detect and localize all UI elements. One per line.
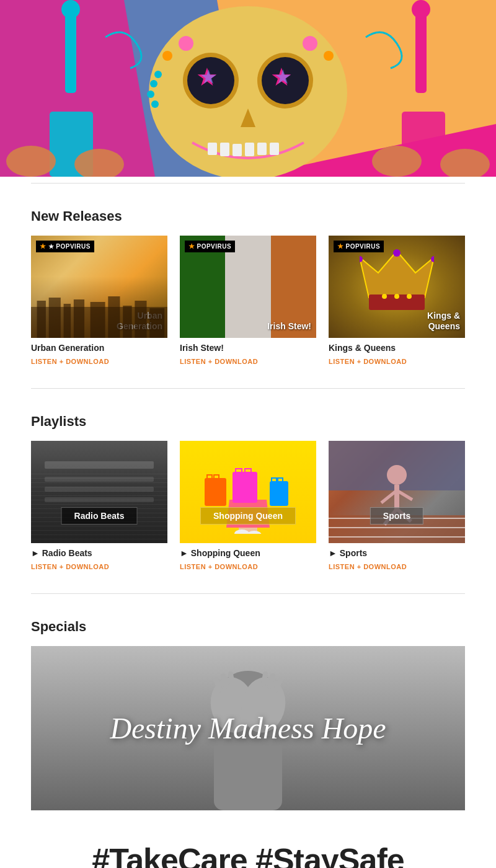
svg-line-88 (231, 674, 232, 684)
card-irish-stew[interactable]: ★POPVIRUS Irish Stew! Irish Stew! LISTEN… (180, 236, 316, 366)
card-title-kings: Kings & Queens (329, 343, 465, 353)
svg-point-30 (179, 36, 193, 51)
svg-rect-62 (270, 481, 288, 506)
svg-rect-24 (208, 143, 217, 155)
card-shopping-queen[interactable]: Shopping Queen ► Shopping Queen LISTEN +… (180, 441, 316, 572)
specials-image-text: Destiny Madness Hope (110, 711, 386, 745)
divider-playlists (31, 593, 465, 594)
svg-point-12 (150, 80, 157, 87)
specials-title: Specials (31, 619, 465, 635)
svg-marker-48 (360, 251, 434, 298)
card-title-irish: Irish Stew! (180, 343, 316, 353)
svg-point-36 (372, 146, 422, 177)
svg-rect-25 (220, 143, 229, 156)
svg-rect-39 (37, 301, 46, 338)
svg-point-8 (412, 0, 430, 19)
playlist-bar-radio: Radio Beats (61, 507, 138, 525)
svg-point-54 (394, 294, 399, 299)
svg-rect-29 (270, 143, 279, 155)
svg-point-33 (324, 51, 334, 61)
svg-rect-26 (232, 144, 242, 156)
svg-rect-43 (91, 302, 105, 338)
svg-point-14 (151, 100, 159, 108)
card-link-kings[interactable]: LISTEN + DOWNLOAD (329, 358, 407, 365)
playlists-grid: Radio Beats ► Radio Beats LISTEN + DOWNL… (31, 441, 465, 572)
playlist-bar-sports: Sports (370, 507, 423, 525)
divider-hero (31, 183, 465, 184)
card-image-urban: ★★ POPVIRUS UrbanGeneration (31, 236, 167, 338)
svg-rect-46 (135, 301, 146, 338)
card-kings-queens[interactable]: ★POPVIRUS Kings &Queens Kings & Queens L… (329, 236, 465, 366)
card-play-title-shopping: ► Shopping Queen (180, 548, 316, 558)
svg-rect-41 (64, 304, 71, 338)
svg-point-53 (382, 294, 387, 299)
card-img-label-kings: Kings &Queens (427, 311, 460, 332)
card-radio-beats[interactable]: Radio Beats ► Radio Beats LISTEN + DOWNL… (31, 441, 167, 572)
popvirus-badge-irish: ★POPVIRUS (185, 241, 235, 252)
svg-point-11 (154, 71, 162, 78)
svg-point-5 (61, 0, 80, 19)
popvirus-badge-urban: ★★ POPVIRUS (36, 241, 94, 252)
new-releases-grid: ★★ POPVIRUS UrbanGeneration (31, 236, 465, 366)
card-link-sports[interactable]: LISTEN + DOWNLOAD (329, 563, 407, 570)
svg-rect-7 (415, 12, 427, 93)
card-play-title-radio: ► Radio Beats (31, 548, 167, 558)
card-img-label-irish: Irish Stew! (267, 321, 311, 332)
svg-text:★: ★ (200, 66, 218, 88)
svg-rect-47 (149, 308, 164, 338)
svg-point-50 (393, 249, 401, 257)
new-releases-section: New Releases ★★ POPVIRUS UrbanGeneration (0, 196, 496, 382)
hero-banner: ★ ★ ★ ★ (0, 0, 496, 177)
playlist-bar-shopping: Shopping Queen (200, 507, 296, 525)
svg-text:★: ★ (274, 66, 292, 88)
card-play-title-sports: ► Sports (329, 548, 465, 558)
svg-rect-40 (49, 298, 61, 338)
svg-point-13 (147, 91, 154, 98)
card-title-urban: Urban Generation (31, 343, 167, 353)
svg-rect-27 (245, 143, 254, 156)
divider-releases (31, 388, 465, 389)
card-image-sports: Sports (329, 441, 465, 543)
specials-image: Destiny Madness Hope (31, 646, 465, 810)
card-link-irish[interactable]: LISTEN + DOWNLOAD (180, 358, 258, 365)
svg-rect-59 (205, 478, 226, 506)
card-image-kings: ★POPVIRUS Kings &Queens (329, 236, 465, 338)
card-image-irish: ★POPVIRUS Irish Stew! (180, 236, 316, 338)
card-image-shopping: Shopping Queen (180, 441, 316, 543)
card-image-radio: Radio Beats (31, 441, 167, 543)
playlists-title: Playlists (31, 414, 465, 430)
svg-rect-42 (74, 299, 84, 338)
svg-rect-44 (108, 296, 120, 338)
card-link-shopping[interactable]: LISTEN + DOWNLOAD (180, 563, 258, 570)
svg-rect-28 (257, 143, 267, 155)
card-sports[interactable]: Sports ► Sports LISTEN + DOWNLOAD (329, 441, 465, 572)
card-link-urban[interactable]: LISTEN + DOWNLOAD (31, 358, 109, 365)
svg-point-55 (407, 294, 412, 299)
svg-rect-83 (214, 736, 282, 810)
hashtag-section: #TakeCare #StaySafe (0, 817, 496, 868)
svg-line-87 (223, 676, 226, 686)
svg-rect-65 (232, 472, 257, 503)
hashtag-text: #TakeCare #StaySafe (31, 841, 465, 868)
svg-point-34 (6, 146, 56, 177)
svg-point-31 (303, 36, 317, 51)
card-urban-generation[interactable]: ★★ POPVIRUS UrbanGeneration (31, 236, 167, 366)
svg-rect-4 (65, 12, 76, 93)
svg-point-32 (162, 51, 172, 61)
playlists-section: Playlists Radio Beats ► Radio Beats LIST… (0, 401, 496, 587)
specials-section: Specials Des (0, 606, 496, 817)
svg-line-90 (270, 676, 273, 686)
new-releases-title: New Releases (31, 208, 465, 224)
svg-line-91 (264, 674, 265, 684)
svg-point-75 (387, 465, 407, 485)
svg-rect-45 (123, 306, 131, 338)
card-link-radio[interactable]: LISTEN + DOWNLOAD (31, 563, 109, 570)
